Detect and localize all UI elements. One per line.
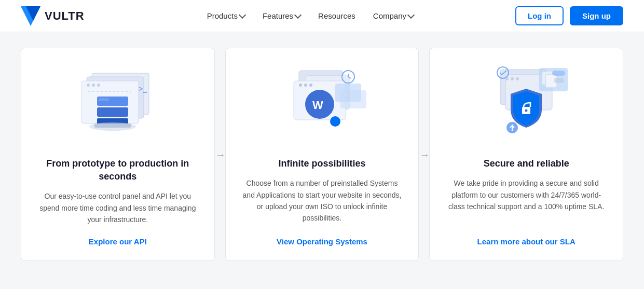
card-1-link[interactable]: Explore our API [89, 237, 147, 246]
svg-rect-10 [97, 107, 128, 117]
svg-point-7 [97, 84, 100, 87]
vultr-logo-icon [21, 6, 40, 26]
card-2-illustration: W [265, 64, 379, 147]
svg-point-25 [309, 84, 312, 87]
svg-point-40 [525, 109, 528, 112]
card-secure: Secure and reliable We take pride in pro… [429, 48, 623, 261]
svg-text:W: W [312, 99, 323, 112]
nav-links: Products Features Resources Company [105, 7, 515, 24]
card-possibilities: W Infinite possibilities Choose from a n… [225, 48, 419, 261]
nav-company[interactable]: Company [366, 7, 421, 24]
card-2-title: Infinite possibilities [278, 157, 365, 170]
nav-features[interactable]: Features [255, 7, 308, 24]
svg-point-44 [516, 77, 519, 80]
svg-point-23 [299, 84, 302, 87]
card-3-title: Secure and reliable [484, 157, 569, 170]
card-1-illustration: >_ ... [61, 64, 175, 147]
card-2-desc: Choose from a number of preinstalled Sys… [241, 177, 403, 225]
svg-text:...: ... [139, 94, 143, 100]
logo-text: VULTR [45, 9, 85, 23]
svg-text:>_: >_ [139, 85, 147, 93]
navbar: VULTR Products Features Resources Compan… [0, 0, 644, 32]
signup-button[interactable]: Sign up [570, 6, 623, 25]
svg-rect-14 [94, 123, 131, 128]
svg-rect-30 [340, 90, 366, 108]
right-arrow-icon: → [419, 149, 430, 159]
svg-point-6 [92, 84, 95, 87]
logo-link[interactable]: VULTR [21, 6, 85, 26]
svg-point-5 [87, 84, 90, 87]
cards-container: >_ ... From prototype to production in s… [21, 48, 623, 261]
login-button[interactable]: Log in [515, 6, 564, 25]
svg-point-43 [511, 77, 514, 80]
svg-point-42 [505, 77, 509, 80]
svg-rect-37 [552, 71, 565, 76]
card-3-desc: We take pride in providing a secure and … [445, 177, 607, 225]
card-2-link[interactable]: View Operating Systems [277, 237, 367, 246]
svg-point-28 [330, 116, 340, 127]
chevron-down-icon [407, 11, 415, 19]
main-content: >_ ... From prototype to production in s… [0, 32, 644, 282]
nav-products[interactable]: Products [200, 7, 252, 24]
svg-rect-12 [99, 98, 109, 101]
card-1-desc: Our easy-to-use control panel and API le… [37, 190, 199, 225]
svg-rect-38 [554, 78, 564, 83]
chevron-down-icon [239, 11, 246, 19]
card-prototype: >_ ... From prototype to production in s… [21, 48, 215, 261]
chevron-down-icon [294, 11, 302, 19]
svg-point-24 [304, 84, 307, 87]
card-3-illustration [469, 64, 583, 147]
card-1-title: From prototype to production in seconds [37, 157, 199, 183]
nav-actions: Log in Sign up [515, 6, 623, 25]
card-3-link[interactable]: Learn more about our SLA [477, 237, 576, 246]
right-arrow-icon: → [215, 149, 226, 159]
nav-resources[interactable]: Resources [311, 7, 363, 24]
